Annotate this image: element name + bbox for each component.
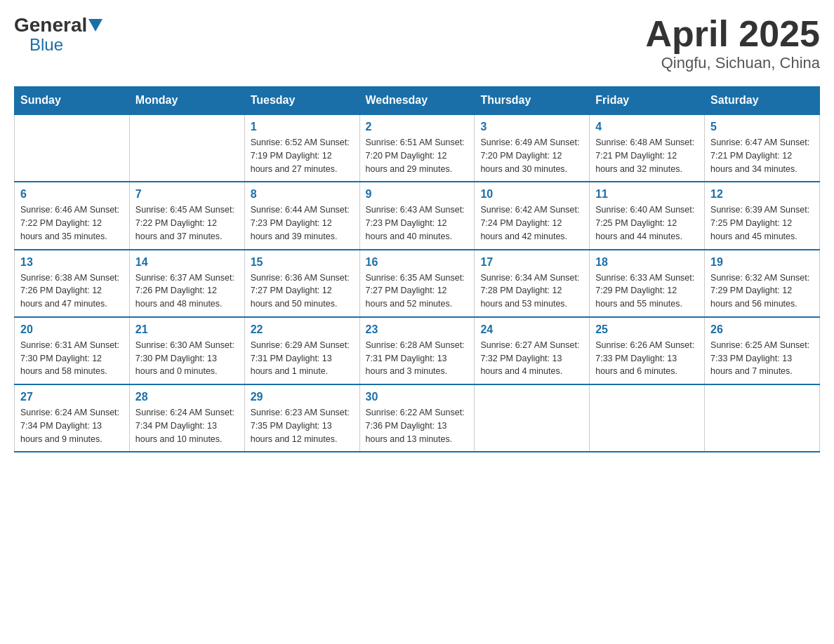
day-number: 15 (251, 256, 354, 269)
day-number: 13 (20, 256, 124, 269)
day-info: Sunrise: 6:35 AM Sunset: 7:27 PM Dayligh… (366, 271, 469, 311)
table-row: 17Sunrise: 6:34 AM Sunset: 7:28 PM Dayli… (475, 250, 590, 317)
day-info: Sunrise: 6:43 AM Sunset: 7:23 PM Dayligh… (366, 203, 469, 243)
day-number: 24 (480, 323, 583, 336)
table-row: 10Sunrise: 6:42 AM Sunset: 7:24 PM Dayli… (475, 182, 590, 249)
table-row (129, 114, 244, 182)
table-row: 19Sunrise: 6:32 AM Sunset: 7:29 PM Dayli… (705, 250, 820, 317)
day-info: Sunrise: 6:42 AM Sunset: 7:24 PM Dayligh… (480, 203, 583, 243)
table-row: 30Sunrise: 6:22 AM Sunset: 7:36 PM Dayli… (359, 384, 475, 452)
title-block: April 2025 Qingfu, Sichuan, China (645, 14, 820, 72)
day-number: 20 (20, 323, 124, 336)
day-number: 14 (135, 256, 239, 269)
day-info: Sunrise: 6:23 AM Sunset: 7:35 PM Dayligh… (251, 406, 354, 445)
day-number: 25 (595, 323, 699, 336)
table-row: 3Sunrise: 6:49 AM Sunset: 7:20 PM Daylig… (475, 114, 590, 182)
calendar-title: April 2025 (645, 14, 820, 54)
table-row: 26Sunrise: 6:25 AM Sunset: 7:33 PM Dayli… (705, 317, 820, 384)
table-row: 16Sunrise: 6:35 AM Sunset: 7:27 PM Dayli… (359, 250, 475, 317)
calendar-table: Sunday Monday Tuesday Wednesday Thursday… (14, 86, 820, 452)
day-number: 30 (366, 391, 469, 403)
table-row: 27Sunrise: 6:24 AM Sunset: 7:34 PM Dayli… (15, 384, 130, 452)
day-number: 11 (595, 188, 699, 201)
table-row: 4Sunrise: 6:48 AM Sunset: 7:21 PM Daylig… (590, 114, 705, 182)
day-number: 16 (366, 256, 469, 269)
day-info: Sunrise: 6:32 AM Sunset: 7:29 PM Dayligh… (710, 271, 814, 311)
table-row: 5Sunrise: 6:47 AM Sunset: 7:21 PM Daylig… (705, 114, 820, 182)
calendar-header-row: Sunday Monday Tuesday Wednesday Thursday… (15, 87, 820, 115)
table-row: 20Sunrise: 6:31 AM Sunset: 7:30 PM Dayli… (15, 317, 130, 384)
day-number: 19 (710, 256, 814, 269)
col-sunday: Sunday (15, 87, 130, 115)
table-row (705, 384, 820, 452)
table-row: 21Sunrise: 6:30 AM Sunset: 7:30 PM Dayli… (129, 317, 244, 384)
col-tuesday: Tuesday (244, 87, 359, 115)
day-info: Sunrise: 6:30 AM Sunset: 7:30 PM Dayligh… (135, 339, 239, 378)
day-info: Sunrise: 6:46 AM Sunset: 7:22 PM Dayligh… (20, 203, 124, 243)
table-row: 18Sunrise: 6:33 AM Sunset: 7:29 PM Dayli… (590, 250, 705, 317)
logo-general-text: General (14, 14, 87, 36)
day-info: Sunrise: 6:40 AM Sunset: 7:25 PM Dayligh… (595, 203, 699, 243)
day-number: 9 (366, 188, 469, 201)
day-info: Sunrise: 6:26 AM Sunset: 7:33 PM Dayligh… (595, 339, 699, 378)
table-row (590, 384, 705, 452)
col-thursday: Thursday (475, 87, 590, 115)
day-info: Sunrise: 6:52 AM Sunset: 7:19 PM Dayligh… (251, 136, 354, 175)
col-friday: Friday (590, 87, 705, 115)
day-info: Sunrise: 6:25 AM Sunset: 7:33 PM Dayligh… (710, 339, 814, 378)
calendar-week-row: 20Sunrise: 6:31 AM Sunset: 7:30 PM Dayli… (15, 317, 820, 384)
day-number: 1 (251, 121, 354, 133)
day-info: Sunrise: 6:31 AM Sunset: 7:30 PM Dayligh… (20, 339, 124, 378)
day-number: 27 (20, 391, 124, 403)
day-number: 7 (135, 188, 239, 201)
day-info: Sunrise: 6:27 AM Sunset: 7:32 PM Dayligh… (480, 339, 583, 378)
day-info: Sunrise: 6:28 AM Sunset: 7:31 PM Dayligh… (366, 339, 469, 378)
day-number: 17 (480, 256, 583, 269)
table-row: 2Sunrise: 6:51 AM Sunset: 7:20 PM Daylig… (359, 114, 475, 182)
day-info: Sunrise: 6:33 AM Sunset: 7:29 PM Dayligh… (595, 271, 699, 311)
day-info: Sunrise: 6:48 AM Sunset: 7:21 PM Dayligh… (595, 136, 699, 175)
col-wednesday: Wednesday (359, 87, 475, 115)
day-info: Sunrise: 6:45 AM Sunset: 7:22 PM Dayligh… (135, 203, 239, 243)
table-row: 23Sunrise: 6:28 AM Sunset: 7:31 PM Dayli… (359, 317, 475, 384)
calendar-week-row: 27Sunrise: 6:24 AM Sunset: 7:34 PM Dayli… (15, 384, 820, 452)
day-info: Sunrise: 6:34 AM Sunset: 7:28 PM Dayligh… (480, 271, 583, 311)
day-number: 28 (135, 391, 239, 403)
table-row: 15Sunrise: 6:36 AM Sunset: 7:27 PM Dayli… (244, 250, 359, 317)
day-info: Sunrise: 6:37 AM Sunset: 7:26 PM Dayligh… (135, 271, 239, 311)
table-row (15, 114, 130, 182)
table-row: 28Sunrise: 6:24 AM Sunset: 7:34 PM Dayli… (129, 384, 244, 452)
calendar-week-row: 13Sunrise: 6:38 AM Sunset: 7:26 PM Dayli… (15, 250, 820, 317)
day-number: 6 (20, 188, 124, 201)
day-info: Sunrise: 6:39 AM Sunset: 7:25 PM Dayligh… (710, 203, 814, 243)
table-row: 13Sunrise: 6:38 AM Sunset: 7:26 PM Dayli… (15, 250, 130, 317)
day-number: 8 (251, 188, 354, 201)
table-row: 12Sunrise: 6:39 AM Sunset: 7:25 PM Dayli… (705, 182, 820, 249)
day-number: 26 (710, 323, 814, 336)
col-monday: Monday (129, 87, 244, 115)
calendar-week-row: 1Sunrise: 6:52 AM Sunset: 7:19 PM Daylig… (15, 114, 820, 182)
page-header: General Blue April 2025 Qingfu, Sichuan,… (14, 14, 820, 72)
table-row: 22Sunrise: 6:29 AM Sunset: 7:31 PM Dayli… (244, 317, 359, 384)
day-info: Sunrise: 6:44 AM Sunset: 7:23 PM Dayligh… (251, 203, 354, 243)
table-row: 25Sunrise: 6:26 AM Sunset: 7:33 PM Dayli… (590, 317, 705, 384)
table-row: 6Sunrise: 6:46 AM Sunset: 7:22 PM Daylig… (15, 182, 130, 249)
table-row: 8Sunrise: 6:44 AM Sunset: 7:23 PM Daylig… (244, 182, 359, 249)
day-number: 4 (595, 121, 699, 133)
calendar-week-row: 6Sunrise: 6:46 AM Sunset: 7:22 PM Daylig… (15, 182, 820, 249)
logo-blue-text: Blue (29, 35, 63, 55)
day-number: 29 (251, 391, 354, 403)
day-number: 22 (251, 323, 354, 336)
day-info: Sunrise: 6:29 AM Sunset: 7:31 PM Dayligh… (251, 339, 354, 378)
day-info: Sunrise: 6:36 AM Sunset: 7:27 PM Dayligh… (251, 271, 354, 311)
day-number: 5 (710, 121, 814, 133)
table-row: 7Sunrise: 6:45 AM Sunset: 7:22 PM Daylig… (129, 182, 244, 249)
table-row: 1Sunrise: 6:52 AM Sunset: 7:19 PM Daylig… (244, 114, 359, 182)
day-number: 21 (135, 323, 239, 336)
table-row: 14Sunrise: 6:37 AM Sunset: 7:26 PM Dayli… (129, 250, 244, 317)
table-row (475, 384, 590, 452)
day-number: 10 (480, 188, 583, 201)
table-row: 29Sunrise: 6:23 AM Sunset: 7:35 PM Dayli… (244, 384, 359, 452)
logo: General Blue (14, 14, 104, 55)
day-info: Sunrise: 6:49 AM Sunset: 7:20 PM Dayligh… (480, 136, 583, 175)
